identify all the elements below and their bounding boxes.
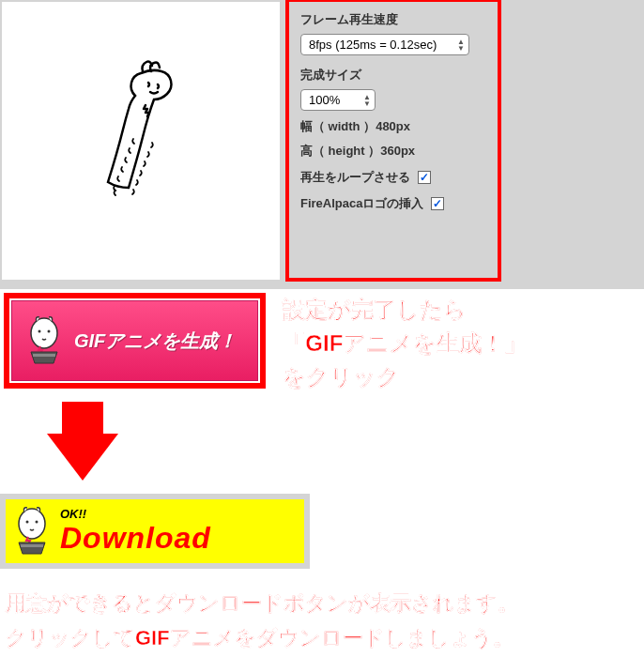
height-text: 高（ height ）360px [300,143,486,160]
generate-button-highlight: GIFアニメを生成！ [4,293,266,389]
svg-point-6 [36,521,38,524]
svg-point-2 [48,330,51,333]
ok-label: OK!! [60,507,211,521]
svg-point-5 [26,521,29,524]
chevron-updown-icon: ▲▼ [363,94,371,107]
download-panel: OK!! Download [0,494,310,569]
fps-value: 8fps (125ms = 0.12sec) [309,38,437,52]
size-value: 100% [309,93,340,107]
size-select[interactable]: 100% ▲▼ [300,89,376,111]
chevron-updown-icon: ▲▼ [457,38,465,52]
fps-label: フレーム再生速度 [300,11,486,28]
top-panel: フレーム再生速度 8fps (125ms = 0.12sec) ▲▼ 完成サイズ… [0,0,644,289]
svg-rect-3 [33,354,55,357]
logo-label: FireAlpacaロゴの挿入 [300,195,423,212]
svg-point-0 [31,318,57,348]
alpaca-icon [11,505,53,558]
alpaca-icon [23,314,65,367]
logo-checkbox[interactable]: ✓ [431,197,444,210]
down-arrow-icon [36,402,130,486]
alpaca-preview-image [84,56,197,225]
loop-checkbox[interactable]: ✓ [418,171,431,184]
preview-box [2,2,280,280]
generate-instruction: 設定が完了したら 「GIFアニメを生成！」 をクリック [283,293,527,394]
svg-point-4 [19,509,45,539]
svg-rect-7 [21,544,43,547]
download-button[interactable]: OK!! Download [6,499,304,563]
generate-button-label: GIFアニメを生成！ [74,328,237,354]
download-instruction: 用意ができるとダウンロードボタンが表示されます。 クリックしてGIFアニメをダウ… [0,569,644,657]
settings-panel: フレーム再生速度 8fps (125ms = 0.12sec) ▲▼ 完成サイズ… [285,0,501,282]
fps-select[interactable]: 8fps (125ms = 0.12sec) ▲▼ [300,34,469,55]
width-text: 幅（ width ）480px [300,118,486,135]
loop-label: 再生をループさせる [300,169,410,186]
generate-button[interactable]: GIFアニメを生成！ [11,300,258,381]
download-label: Download [60,521,211,556]
size-label: 完成サイズ [300,67,486,84]
svg-point-1 [38,330,41,333]
